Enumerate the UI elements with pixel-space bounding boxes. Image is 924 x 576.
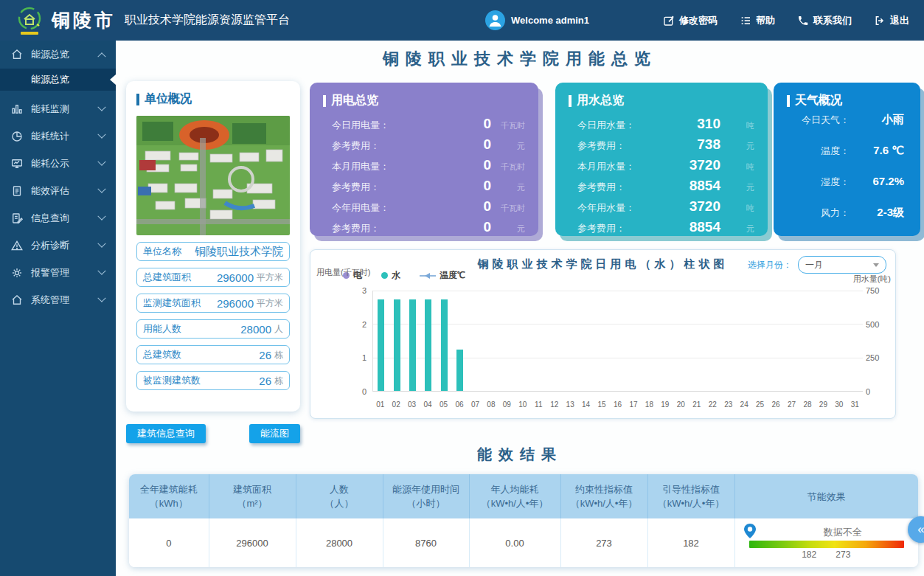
table-row: 0 296000 28000 8760 0.00 273 182 数据不全: [129, 518, 918, 567]
stat-row: 参考费用：738元: [569, 136, 754, 156]
unit-buttons: 建筑信息查询 能流图: [126, 424, 300, 443]
col-saving-effect: 节能效果: [734, 474, 918, 518]
chevron-down-icon: [97, 294, 105, 302]
sidebar-item-system-management[interactable]: 系统管理: [0, 286, 116, 313]
page-title: 铜陵职业技术学院用能总览: [116, 48, 924, 70]
field-total-building-area: 总建筑面积 296000 平方米: [136, 268, 290, 287]
monitor-chart-icon: [10, 156, 24, 170]
legend-temperature: 温度℃: [420, 269, 465, 282]
home-icon: [10, 293, 24, 307]
col-per-capita: 年人均能耗（kW•h/人•年）: [469, 474, 560, 518]
water-panel-title: 用水总览: [569, 93, 754, 108]
sidebar-item-energy-statistics[interactable]: 能耗统计: [0, 122, 116, 150]
chevron-down-icon: [97, 184, 105, 192]
col-annual-hours: 能源年使用时间（小时）: [383, 474, 469, 518]
left-axis-ticks: 3210: [350, 286, 367, 396]
brand-city: 铜陵市: [52, 8, 116, 32]
results-section-title: 能效结果: [116, 445, 924, 465]
cell-annual-hours: 8760: [383, 518, 469, 567]
electricity-panel-title: 用电总览: [323, 93, 525, 108]
cell-constraint: 273: [560, 518, 647, 567]
sidebar-item-energy-efficiency-evaluation[interactable]: 能效评估: [0, 177, 116, 204]
brand: 铜陵市 职业技术学院能源资源监管平台: [15, 5, 290, 36]
stat-row: 参考费用：0元: [323, 178, 525, 197]
cell-people: 28000: [296, 518, 383, 567]
gauge-scale-min: 182: [802, 549, 816, 560]
col-constraint: 约束性指标值（kW•h/人•年）: [560, 474, 647, 518]
chevron-down-icon: [97, 239, 105, 247]
stat-row: 今日用电量：0千瓦时: [323, 116, 525, 135]
stat-row: 参考费用：8854元: [569, 219, 754, 238]
electricity-overview-panel: 用电总览 今日用电量：0千瓦时 参考费用：0元 本月用电量：0千瓦时 参考费用：…: [310, 83, 538, 236]
month-select-dropdown[interactable]: 一月: [798, 256, 886, 274]
report-icon: [10, 184, 24, 198]
cell-saving-effect: 数据不全 182 273: [734, 518, 918, 567]
sidebar-item-energy-overview[interactable]: 能源总览: [0, 41, 116, 68]
weather-row: 风力：2-3级: [787, 206, 907, 235]
stat-row: 今年用电量：0千瓦时: [323, 198, 525, 218]
month-select-group: 选择月份： 一月: [748, 256, 886, 274]
bar-chart-icon: [10, 102, 24, 116]
platform-logo: [15, 5, 44, 36]
weather-row: 温度：7.6 ℃: [787, 144, 907, 173]
water-dot-icon: [381, 272, 388, 279]
chevron-down-icon: [97, 103, 105, 111]
field-energy-users: 用能人数 28000 人: [136, 319, 290, 339]
saving-effect-gauge: 数据不全 182 273: [749, 526, 904, 560]
col-people: 人数（人）: [296, 474, 383, 518]
field-unit-name: 单位名称 铜陵职业技术学院: [136, 242, 290, 261]
sidebar-item-information-query[interactable]: 信息查询: [0, 204, 116, 232]
chevron-down-icon: [97, 130, 105, 138]
dropdown-caret-icon: [873, 263, 879, 267]
stat-row: 参考费用：0元: [323, 136, 525, 156]
stat-row: 本月用水量：3720吨: [569, 157, 754, 176]
help-button[interactable]: 帮助: [740, 14, 775, 27]
change-password-button[interactable]: 修改密码: [663, 14, 718, 27]
cell-per-capita: 0.00: [469, 518, 560, 567]
chevron-down-icon: [97, 266, 105, 274]
main-content: 铜陵职业技术学院用能总览 单位概况: [116, 41, 924, 576]
sidebar: 能源总览 能源总览 能耗监测 能耗统计 能耗公示: [0, 41, 116, 576]
col-building-area: 建筑面积（m²）: [209, 474, 296, 518]
stat-row: 参考费用：0元: [323, 219, 525, 238]
x-axis-labels: 0102030405060708091011121314151617181920…: [372, 400, 863, 409]
weather-panel-title: 天气概况: [787, 93, 907, 108]
header-right: Welcome admin1 修改密码 帮助 联系我们: [485, 10, 909, 30]
col-annual-energy: 全年建筑能耗（kWh）: [129, 474, 209, 518]
warning-icon: [10, 238, 24, 252]
sidebar-item-energy-monitoring[interactable]: 能耗监测: [0, 95, 116, 122]
stat-row: 今年用水量：3720吨: [569, 198, 754, 218]
water-overview-panel: 用水总览 今日用水量：310吨 参考费用：738元 本月用水量：3720吨 参考…: [555, 83, 768, 236]
field-monitored-building-area: 监测建筑面积 296000 平方米: [136, 294, 290, 313]
gauge-pin-icon: [744, 524, 756, 538]
right-axis-title: 用水量(吨): [853, 274, 891, 285]
field-monitored-buildings: 被监测建筑数 26 栋: [136, 371, 290, 390]
brand-platform: 职业技术学院能源资源监管平台: [125, 13, 290, 28]
campus-aerial-image: [136, 116, 290, 235]
sidebar-item-analysis-diagnosis[interactable]: 分析诊断: [0, 232, 116, 259]
home-icon: [10, 47, 24, 61]
stat-row: 本月用电量：0千瓦时: [323, 157, 525, 176]
building-info-query-button[interactable]: 建筑信息查询: [126, 424, 206, 443]
col-guide: 引导性指标值（kW•h/人•年）: [647, 474, 734, 518]
daily-usage-chart-panel: 铜陵职业技术学院日用电（水）柱状图 选择月份： 一月 电 水: [310, 249, 896, 419]
unit-panel-title: 单位概况: [136, 91, 290, 107]
pie-chart-icon: [10, 129, 24, 143]
stat-row: 今日用水量：310吨: [569, 116, 754, 135]
cell-guide: 182: [647, 518, 734, 567]
cell-building-area: 296000: [209, 518, 296, 567]
sidebar-subitem-energy-overview[interactable]: 能源总览: [0, 69, 116, 91]
weather-row: 湿度：67.2%: [787, 175, 907, 204]
stat-row: 参考费用：8854元: [569, 178, 754, 197]
weather-overview-panel: 天气概况 今日天气：小雨 温度：7.6 ℃ 湿度：67.2% 风力：2-3级: [774, 83, 920, 236]
welcome-text: Welcome admin1: [511, 15, 589, 26]
legend-water: 水: [381, 269, 400, 282]
chevron-down-icon: [97, 212, 105, 220]
contact-us-button[interactable]: 联系我们: [797, 14, 852, 27]
energy-flow-diagram-button[interactable]: 能流图: [249, 424, 300, 443]
chart-plot-area: [372, 291, 863, 392]
right-axis-ticks: 7505002500: [866, 286, 888, 396]
sidebar-item-energy-publicity[interactable]: 能耗公示: [0, 150, 116, 177]
sidebar-item-alarm-management[interactable]: 报警管理: [0, 259, 116, 286]
logout-button[interactable]: 退出: [874, 14, 909, 27]
